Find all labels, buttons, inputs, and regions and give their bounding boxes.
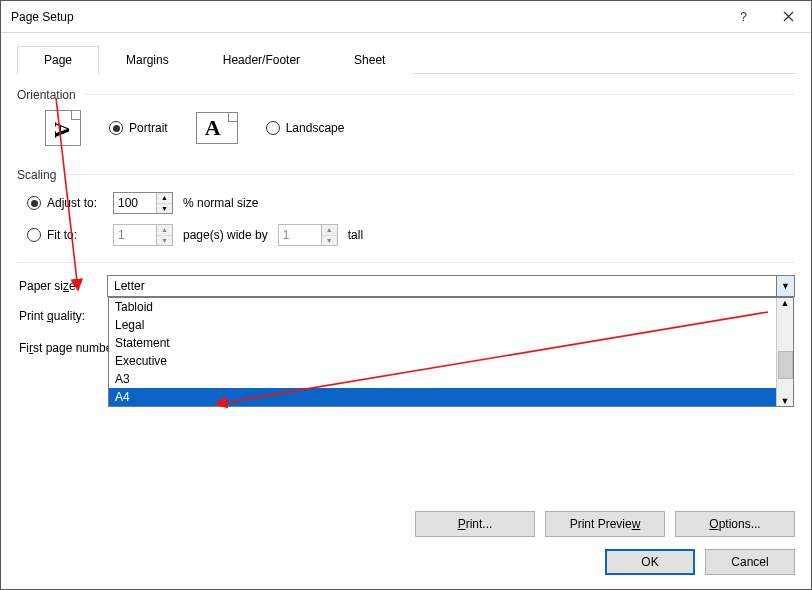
adjust-to-row: Adjust to: ▲▼ % normal size (17, 192, 795, 214)
fit-wide-suffix: page(s) wide by (183, 228, 268, 242)
cancel-button[interactable]: Cancel (705, 549, 795, 575)
spin-buttons[interactable]: ▲▼ (156, 193, 172, 213)
dialog-content: Page Margins Header/Footer Sheet Orienta… (1, 33, 811, 511)
fit-wide-input[interactable] (114, 225, 156, 245)
paper-size-options: Tabloid Legal Statement Executive A3 A4 (109, 298, 776, 406)
paper-size-row: Paper size: Letter ▼ Tabloid Legal State… (17, 275, 795, 297)
scaling-group-header: Scaling (17, 164, 795, 182)
print-quality-label: Print quality: (17, 309, 107, 323)
radio-icon (27, 196, 41, 210)
tab-page[interactable]: Page (17, 46, 99, 74)
fit-wide-spinbox[interactable]: ▲▼ (113, 224, 173, 246)
divider (17, 262, 795, 263)
page-panel: Orientation Portrait Landscape Scaling (17, 74, 795, 355)
portrait-icon (45, 110, 81, 146)
adjust-to-spinbox[interactable]: ▲▼ (113, 192, 173, 214)
tab-strip: Page Margins Header/Footer Sheet (17, 45, 795, 74)
fit-tall-spinbox[interactable]: ▲▼ (278, 224, 338, 246)
print-button[interactable]: Print... (415, 511, 535, 537)
paper-option[interactable]: A3 (109, 370, 776, 388)
fit-to-row: Fit to: ▲▼ page(s) wide by ▲▼ tall (17, 224, 795, 246)
portrait-radio[interactable]: Portrait (109, 121, 168, 135)
scaling-label: Scaling (17, 168, 56, 182)
action-button-row: Print... Print Preview Options... (1, 511, 811, 537)
adjust-to-radio[interactable]: Adjust to: (27, 196, 103, 210)
paper-size-label: Paper size: (17, 279, 107, 293)
orientation-row: Portrait Landscape (17, 110, 795, 146)
scroll-down-icon: ▼ (781, 396, 790, 406)
scroll-thumb[interactable] (778, 351, 793, 379)
print-preview-button[interactable]: Print Preview (545, 511, 665, 537)
dialog-title: Page Setup (11, 10, 721, 24)
fit-tall-input[interactable] (279, 225, 321, 245)
page-setup-dialog: Page Setup ? Page Margins Header/Footer … (0, 0, 812, 590)
paper-option[interactable]: Tabloid (109, 298, 776, 316)
radio-icon (109, 121, 123, 135)
paper-size-value: Letter (108, 279, 776, 293)
close-button[interactable] (766, 1, 811, 33)
close-icon (783, 11, 794, 22)
landscape-text: Landscape (286, 121, 345, 135)
adjust-to-suffix: % normal size (183, 196, 258, 210)
dropdown-scrollbar[interactable]: ▲ ▼ (776, 298, 793, 406)
fit-to-radio[interactable]: Fit to: (27, 228, 103, 242)
titlebar: Page Setup ? (1, 1, 811, 33)
radio-icon (266, 121, 280, 135)
paper-option-selected[interactable]: A4 (109, 388, 776, 406)
adjust-to-text: Adjust to: (47, 196, 97, 210)
landscape-radio[interactable]: Landscape (266, 121, 345, 135)
scroll-up-icon: ▲ (781, 298, 790, 308)
paper-size-dropdown: Tabloid Legal Statement Executive A3 A4 … (108, 297, 794, 407)
tab-sheet[interactable]: Sheet (327, 46, 412, 74)
ok-button[interactable]: OK (605, 549, 695, 575)
fit-to-text: Fit to: (47, 228, 77, 242)
paper-option[interactable]: Executive (109, 352, 776, 370)
options-button[interactable]: Options... (675, 511, 795, 537)
help-button[interactable]: ? (721, 1, 766, 33)
paper-option[interactable]: Statement (109, 334, 776, 352)
adjust-to-input[interactable] (114, 193, 156, 213)
tab-margins[interactable]: Margins (99, 46, 196, 74)
spin-buttons[interactable]: ▲▼ (321, 225, 337, 245)
tab-header-footer[interactable]: Header/Footer (196, 46, 327, 74)
radio-icon (27, 228, 41, 242)
paper-size-combo[interactable]: Letter ▼ Tabloid Legal Statement Executi… (107, 275, 795, 297)
paper-option[interactable]: Legal (109, 316, 776, 334)
chevron-down-icon: ▼ (781, 281, 790, 291)
fit-tall-suffix: tall (348, 228, 363, 242)
portrait-text: Portrait (129, 121, 168, 135)
landscape-icon (196, 112, 238, 144)
footer-button-row: OK Cancel (1, 537, 811, 589)
spin-buttons[interactable]: ▲▼ (156, 225, 172, 245)
orientation-label: Orientation (17, 88, 76, 102)
combo-dropdown-button[interactable]: ▼ (776, 276, 794, 296)
orientation-group-header: Orientation (17, 84, 795, 102)
